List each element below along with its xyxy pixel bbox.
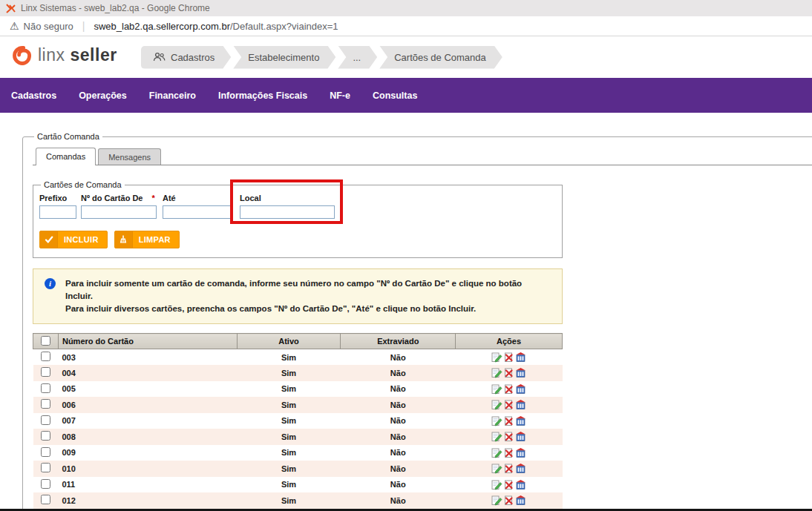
edit-icon[interactable] bbox=[491, 352, 502, 363]
form-title: Cartões de Comanda bbox=[41, 180, 125, 189]
local-input[interactable] bbox=[240, 205, 335, 219]
edit-icon[interactable] bbox=[491, 399, 502, 410]
lost-card-icon[interactable] bbox=[515, 367, 526, 378]
extraviado-cell: Não bbox=[341, 349, 456, 366]
lost-card-icon[interactable] bbox=[515, 463, 526, 474]
lost-card-icon[interactable] bbox=[515, 352, 526, 363]
extraviado-cell: Não bbox=[341, 397, 456, 413]
delete-icon[interactable] bbox=[503, 431, 514, 442]
row-checkbox[interactable] bbox=[41, 431, 50, 441]
lost-card-icon[interactable] bbox=[515, 479, 526, 490]
row-actions bbox=[456, 463, 563, 474]
numero-de-input[interactable] bbox=[81, 205, 157, 219]
row-checkbox[interactable] bbox=[41, 479, 50, 489]
lost-card-icon[interactable] bbox=[515, 447, 526, 458]
edit-icon[interactable] bbox=[491, 415, 502, 426]
address-bar[interactable]: ⚠ Não seguro | sweb_lab2.qa.sellercorp.c… bbox=[0, 16, 812, 36]
header-ativo: Ativo bbox=[237, 334, 341, 349]
url-path: /Default.aspx?viaindex=1 bbox=[230, 21, 338, 32]
nav-item-cadastros[interactable]: Cadastros bbox=[0, 90, 68, 101]
delete-icon[interactable] bbox=[503, 463, 514, 474]
tab-comandas[interactable]: Comandas bbox=[36, 148, 96, 165]
lost-card-icon[interactable] bbox=[515, 431, 526, 442]
breadcrumb-item-estabelecimento[interactable]: Estabelecimento bbox=[233, 46, 335, 69]
window-titlebar: Linx Sistemas - sweb_lab2.qa - Google Ch… bbox=[0, 0, 812, 16]
row-checkbox[interactable] bbox=[41, 463, 50, 472]
lost-card-icon[interactable] bbox=[515, 399, 526, 410]
table-row: 012 Sim Não bbox=[33, 492, 563, 509]
incluir-button[interactable]: INCLUIR bbox=[39, 231, 108, 248]
delete-icon[interactable] bbox=[503, 352, 514, 363]
delete-icon[interactable] bbox=[503, 367, 514, 378]
edit-icon[interactable] bbox=[491, 463, 502, 474]
delete-icon[interactable] bbox=[503, 399, 514, 410]
limpar-button-label: LIMPAR bbox=[139, 235, 171, 244]
ativo-cell: Sim bbox=[237, 429, 341, 445]
delete-icon[interactable] bbox=[503, 383, 514, 395]
nav-item-consultas[interactable]: Consultas bbox=[361, 90, 428, 101]
edit-icon[interactable] bbox=[491, 495, 502, 506]
ate-input[interactable] bbox=[163, 205, 231, 219]
lost-card-icon[interactable] bbox=[515, 383, 526, 395]
header-extraviado: Extraviado bbox=[341, 334, 456, 349]
ate-label: Até bbox=[163, 194, 240, 202]
cartoes-de-comanda-form: Cartões de Comanda Prefixo Nº do Cartão … bbox=[33, 180, 563, 258]
nav-item-nfe[interactable]: NF-e bbox=[318, 90, 361, 101]
numero-de-label: Nº do Cartão De bbox=[81, 194, 143, 202]
edit-icon[interactable] bbox=[491, 479, 502, 490]
comandas-tab-panel: Cartões de Comanda Prefixo Nº do Cartão … bbox=[33, 180, 563, 511]
app-favicon bbox=[6, 4, 16, 13]
breadcrumb-item-ellipsis[interactable]: ... bbox=[338, 46, 377, 69]
card-number-cell: 006 bbox=[58, 397, 237, 413]
delete-icon[interactable] bbox=[503, 415, 514, 426]
row-actions bbox=[456, 431, 563, 442]
info-line-2: Para incluir diversos cartões, preencha … bbox=[65, 303, 551, 315]
edit-icon[interactable] bbox=[491, 447, 502, 458]
lost-card-icon[interactable] bbox=[515, 415, 526, 426]
row-checkbox[interactable] bbox=[41, 447, 50, 457]
row-actions bbox=[456, 367, 563, 378]
info-icon: i bbox=[45, 278, 56, 289]
row-checkbox[interactable] bbox=[41, 352, 50, 361]
cartao-comanda-section: Cartão Comanda Comandas Mensagens Cartõe… bbox=[22, 132, 812, 511]
delete-icon[interactable] bbox=[503, 495, 514, 506]
ativo-cell: Sim bbox=[237, 477, 341, 493]
nav-item-financeiro[interactable]: Financeiro bbox=[138, 90, 207, 101]
delete-icon[interactable] bbox=[503, 447, 514, 458]
window-title: Linx Sistemas - sweb_lab2.qa - Google Ch… bbox=[21, 3, 210, 13]
row-checkbox[interactable] bbox=[41, 399, 50, 409]
card-number-cell: 007 bbox=[58, 413, 237, 429]
row-checkbox[interactable] bbox=[41, 495, 50, 504]
nav-item-operacoes[interactable]: Operações bbox=[68, 90, 138, 101]
url-domain: sweb_lab2.qa.sellercorp.com.br bbox=[94, 21, 230, 32]
edit-icon[interactable] bbox=[491, 383, 502, 395]
extraviado-cell: Não bbox=[341, 413, 456, 429]
limpar-button[interactable]: LIMPAR bbox=[114, 231, 180, 248]
prefixo-input[interactable] bbox=[39, 205, 76, 219]
nav-item-informacoes-fiscais[interactable]: Informações Fiscais bbox=[207, 90, 318, 101]
breadcrumb-item-cartoes-de-comanda[interactable]: Cartões de Comanda bbox=[379, 46, 502, 69]
row-checkbox[interactable] bbox=[41, 415, 50, 425]
edit-icon[interactable] bbox=[491, 367, 502, 378]
delete-icon[interactable] bbox=[503, 479, 514, 490]
table-row: 004 Sim Não bbox=[33, 365, 563, 381]
comanda-table: Número do Cartão Ativo Extraviado Ações … bbox=[33, 333, 563, 511]
row-checkbox[interactable] bbox=[41, 383, 50, 393]
table-row: 011 Sim Não bbox=[33, 477, 563, 493]
not-secure-warning-icon[interactable]: ⚠ bbox=[10, 21, 19, 31]
tab-strip: Comandas Mensagens bbox=[33, 148, 812, 165]
select-all-checkbox[interactable] bbox=[41, 336, 50, 346]
row-checkbox[interactable] bbox=[41, 367, 50, 377]
card-number-cell: 004 bbox=[58, 365, 237, 381]
tab-mensagens[interactable]: Mensagens bbox=[98, 148, 161, 165]
row-actions bbox=[456, 399, 563, 410]
ativo-cell: Sim bbox=[237, 413, 341, 429]
url-text[interactable]: sweb_lab2.qa.sellercorp.com.br/Default.a… bbox=[94, 21, 338, 32]
security-label[interactable]: Não seguro bbox=[24, 21, 73, 32]
local-field-group: Local bbox=[240, 194, 336, 219]
form-fields: Prefixo Nº do Cartão De* Até Local bbox=[39, 194, 556, 219]
breadcrumb-item-cadastros[interactable]: Cadastros bbox=[141, 46, 231, 69]
breadcrumb-label: Cartões de Comanda bbox=[394, 52, 486, 63]
lost-card-icon[interactable] bbox=[515, 495, 526, 506]
edit-icon[interactable] bbox=[491, 431, 502, 442]
